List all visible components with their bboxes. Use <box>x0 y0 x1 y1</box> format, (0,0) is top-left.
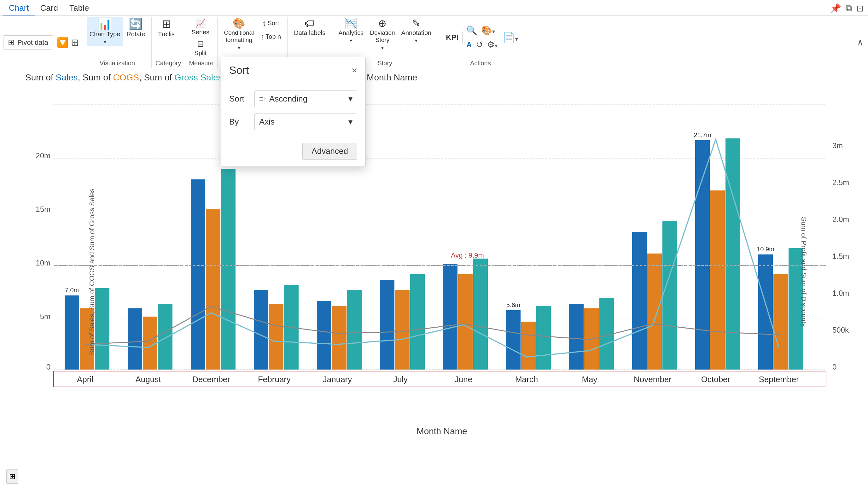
sort-dialog-title: Sort <box>229 64 249 76</box>
by-dropdown[interactable]: Axis ▾ <box>254 114 357 130</box>
by-row: By Axis ▾ <box>229 114 357 130</box>
sort-row-label: Sort <box>229 94 254 104</box>
sort-dropdown-arrow: ▾ <box>348 94 352 104</box>
sort-icon-display: ≡↑ <box>259 95 267 103</box>
advanced-button[interactable]: Advanced <box>302 143 357 159</box>
sort-dropdown[interactable]: ≡↑ Ascending ▾ <box>254 91 357 107</box>
sort-dialog-body: Sort ≡↑ Ascending ▾ By Axis ▾ <box>221 82 365 140</box>
sort-dialog: Sort × Sort ≡↑ Ascending ▾ By Axis ▾ A <box>221 57 366 167</box>
by-row-label: By <box>229 117 254 127</box>
by-value-display: Axis <box>259 117 348 127</box>
sort-dialog-overlay: Sort × Sort ≡↑ Ascending ▾ By Axis ▾ A <box>0 0 868 490</box>
by-dropdown-arrow: ▾ <box>348 117 352 127</box>
sort-row: Sort ≡↑ Ascending ▾ <box>229 91 357 107</box>
sort-value-display: Ascending <box>269 94 348 104</box>
sort-dialog-footer: Advanced <box>221 140 365 166</box>
sort-dialog-close[interactable]: × <box>351 65 357 76</box>
sort-dialog-header: Sort × <box>221 57 365 82</box>
